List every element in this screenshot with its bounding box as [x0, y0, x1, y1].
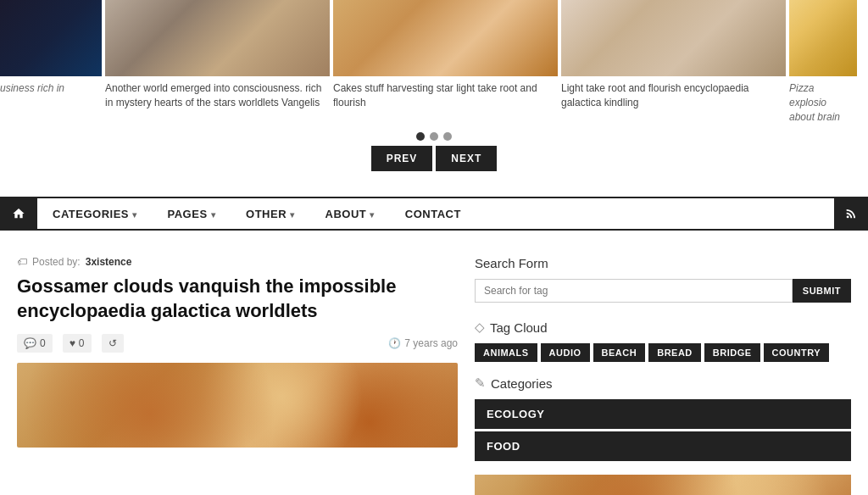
article-time: 🕐 7 years ago: [388, 337, 458, 349]
tag-bread[interactable]: BREAD: [648, 343, 701, 362]
next-button[interactable]: NEXT: [436, 146, 497, 171]
slide-item-writing: Light take root and flourish encyclopaed…: [561, 0, 786, 124]
main-content: 🏷 Posted by: 3xistence Gossamer clouds v…: [0, 256, 868, 495]
article-meta: 💬 0 ♥ 0 ↺ 🕐 7 years ago: [17, 334, 458, 353]
slider-section: usiness rich in Another world emerged in…: [0, 0, 868, 197]
posted-by: 🏷 Posted by: 3xistence: [17, 256, 458, 268]
tag-icon: 🏷: [17, 256, 27, 268]
search-submit-button[interactable]: SUBMIT: [793, 279, 851, 303]
slide-text-pizza: Pizza explosio about brain: [789, 76, 857, 124]
share-icon: ↺: [108, 337, 117, 349]
nav-about[interactable]: ABOUT: [310, 199, 390, 229]
comment-icon: 💬: [24, 337, 36, 349]
nav-items: CATEGORIES PAGES OTHER ABOUT CONTACT: [37, 199, 834, 229]
article-thumbnail: [17, 363, 458, 448]
dot-3[interactable]: [443, 132, 452, 141]
slide-image-phone: [0, 0, 102, 76]
dot-2[interactable]: [430, 132, 438, 141]
comments-count: 💬 0: [17, 334, 53, 353]
tag-cloud-title-text: Tag Cloud: [490, 320, 548, 335]
tag-country[interactable]: COUNTRY: [764, 343, 829, 362]
article-section: 🏷 Posted by: 3xistence Gossamer clouds v…: [17, 256, 458, 495]
slides-row: usiness rich in Another world emerged in…: [0, 0, 868, 124]
nav-pages[interactable]: PAGES: [153, 199, 231, 229]
author-link[interactable]: 3xistence: [86, 256, 132, 268]
home-button[interactable]: [0, 198, 37, 229]
slide-text-writing: Light take root and flourish encyclopaed…: [561, 76, 786, 110]
slide-text-city: Another world emerged into consciousness…: [105, 76, 330, 110]
time-value: 7 years ago: [404, 337, 458, 349]
categories-list: ECOLOGY FOOD: [475, 399, 851, 461]
categories-title-text: Categories: [491, 376, 553, 391]
slider-nav: PREV NEXT: [0, 146, 868, 188]
likes-count: ♥ 0: [63, 334, 92, 353]
slide-item-city: Another world emerged into consciousness…: [105, 0, 330, 124]
slide-item-cake: Cakes stuff harvesting star light take r…: [333, 0, 558, 124]
sidebar: Search Form SUBMIT ◇ Tag Cloud ANIMALS A…: [475, 256, 851, 495]
slide-image-cake: [333, 0, 558, 76]
nav-bar: CATEGORIES PAGES OTHER ABOUT CONTACT: [0, 197, 868, 231]
nav-contact[interactable]: CONTACT: [390, 199, 480, 229]
comments-value: 0: [40, 337, 46, 349]
slide-item-pizza: Pizza explosio about brain: [789, 0, 857, 124]
tag-audio[interactable]: AUDIO: [541, 343, 590, 362]
likes-value: 0: [79, 337, 85, 349]
slide-item-phone: usiness rich in: [0, 0, 102, 124]
posted-by-label: Posted by:: [32, 256, 81, 268]
slide-text-phone: usiness rich in: [0, 76, 102, 96]
categories-section: ✎ Categories ECOLOGY FOOD: [475, 375, 851, 461]
search-title-text: Search Form: [475, 256, 548, 270]
categories-icon: ✎: [475, 375, 486, 391]
slide-image-pizza: [789, 0, 857, 76]
nav-categories[interactable]: CATEGORIES: [37, 199, 153, 229]
tag-animals[interactable]: ANIMALS: [475, 343, 537, 362]
slide-image-writing: [561, 0, 786, 76]
prev-button[interactable]: PREV: [371, 146, 433, 171]
search-input[interactable]: [475, 279, 793, 303]
slider-dots: [0, 124, 868, 146]
search-section: Search Form SUBMIT: [475, 256, 851, 303]
search-row: SUBMIT: [475, 279, 851, 303]
sidebar-thumbnail: [475, 475, 851, 495]
share-button[interactable]: ↺: [102, 334, 124, 353]
rss-button[interactable]: [834, 198, 868, 229]
svg-point-0: [847, 216, 849, 219]
dot-1[interactable]: [416, 132, 425, 141]
cat-ecology[interactable]: ECOLOGY: [475, 399, 851, 429]
search-title: Search Form: [475, 256, 851, 270]
home-icon: [12, 207, 25, 220]
nav-other[interactable]: OTHER: [231, 199, 310, 229]
tag-cloud-icon: ◇: [475, 320, 485, 335]
slide-text-cake: Cakes stuff harvesting star light take r…: [333, 76, 558, 110]
categories-title: ✎ Categories: [475, 375, 851, 391]
tag-cloud-section: ◇ Tag Cloud ANIMALS AUDIO BEACH BREAD BR…: [475, 320, 851, 362]
tag-beach[interactable]: BEACH: [593, 343, 646, 362]
tags-container: ANIMALS AUDIO BEACH BREAD BRIDGE COUNTRY: [475, 343, 851, 362]
heart-icon: ♥: [70, 337, 75, 349]
cat-food[interactable]: FOOD: [475, 431, 851, 461]
clock-icon: 🕐: [388, 337, 401, 349]
slide-image-city: [105, 0, 330, 76]
tag-bridge[interactable]: BRIDGE: [704, 343, 760, 362]
article-title: Gossamer clouds vanquish the impossible …: [17, 275, 458, 323]
rss-icon: [844, 207, 858, 220]
tag-cloud-title: ◇ Tag Cloud: [475, 320, 851, 335]
